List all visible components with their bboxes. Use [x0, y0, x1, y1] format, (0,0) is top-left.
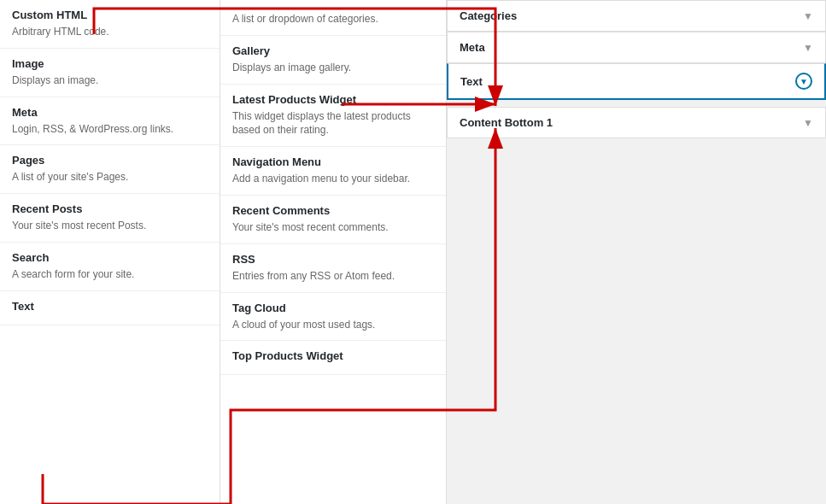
widget-custom-html[interactable]: Custom HTML Arbitrary HTML code.: [0, 0, 220, 49]
area-categories[interactable]: Categories ▼: [447, 0, 826, 32]
widget-image[interactable]: Image Displays an image.: [0, 49, 220, 97]
main-container: Custom HTML Arbitrary HTML code. Image D…: [0, 0, 826, 504]
widget-pages[interactable]: Pages A list of your site's Pages.: [0, 145, 220, 194]
widget-meta[interactable]: Meta Login, RSS, & WordPress.org links.: [0, 97, 220, 146]
widget-categories-list[interactable]: A list or dropdown of categories.: [220, 0, 446, 36]
widget-rss[interactable]: RSS Entries from any RSS or Atom feed.: [220, 244, 446, 293]
layout: Custom HTML Arbitrary HTML code. Image D…: [0, 0, 826, 504]
widget-latest-products[interactable]: Latest Products Widget This widget displ…: [220, 85, 446, 148]
widget-gallery[interactable]: Gallery Displays an image gallery.: [220, 36, 446, 85]
widget-navigation-menu[interactable]: Navigation Menu Add a navigation menu to…: [220, 147, 446, 196]
chevron-down-icon: ▼: [803, 117, 813, 129]
widget-tag-cloud[interactable]: Tag Cloud A cloud of your most used tags…: [220, 293, 446, 342]
widget-recent-posts[interactable]: Recent Posts Your site's most recent Pos…: [0, 194, 220, 243]
widget-search[interactable]: Search A search form for your site.: [0, 243, 220, 291]
chevron-down-icon: ▼: [803, 42, 813, 54]
sidebar-areas: Categories ▼ Meta ▼ Text ▼ Content Botto…: [447, 0, 826, 138]
widget-text-left[interactable]: Text: [0, 291, 220, 325]
widget-top-products[interactable]: Top Products Widget: [220, 341, 446, 375]
left-panel: Custom HTML Arbitrary HTML code. Image D…: [0, 0, 220, 504]
area-text[interactable]: Text ▼: [447, 63, 826, 100]
right-panel: Categories ▼ Meta ▼ Text ▼ Content Botto…: [447, 0, 826, 504]
area-content-bottom-1[interactable]: Content Bottom 1 ▼: [447, 107, 826, 138]
area-meta[interactable]: Meta ▼: [447, 32, 826, 63]
middle-panel: A list or dropdown of categories. Galler…: [220, 0, 447, 504]
chevron-circle-down-icon[interactable]: ▼: [795, 73, 812, 90]
widget-recent-comments[interactable]: Recent Comments Your site's most recent …: [220, 196, 446, 244]
chevron-down-icon: ▼: [803, 10, 813, 22]
